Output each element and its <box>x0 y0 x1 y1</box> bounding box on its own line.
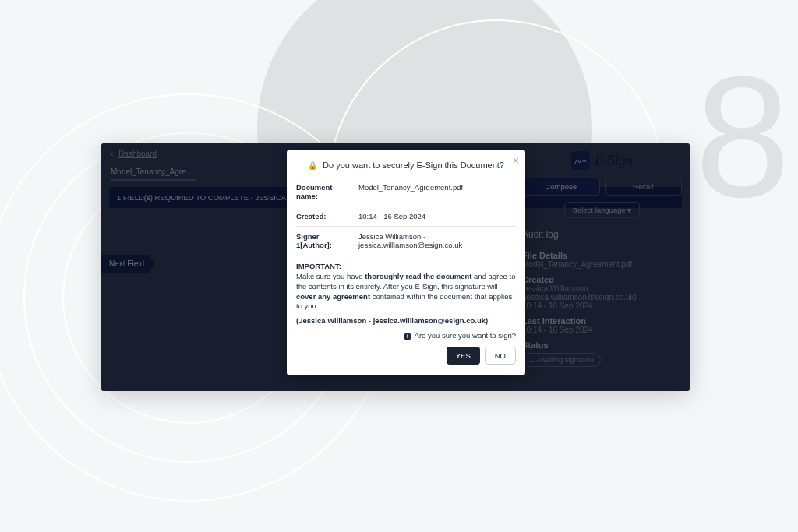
important-bold: thoroughly read the document <box>365 272 471 280</box>
created-label: Created: <box>296 212 352 220</box>
created-value: 10:14 - 16 Sep 2024 <box>358 212 516 220</box>
close-icon[interactable]: × <box>513 154 519 167</box>
doc-name-label: Document name: <box>296 183 352 200</box>
app-window: ‹ Dashboard Model_Tenancy_Agreem… 1 FIEL… <box>101 143 690 391</box>
confirm-question-text: Are you sure you want to sign? <box>415 331 516 340</box>
lock-icon: 🔒 <box>308 161 317 170</box>
signer-value: Jessica Williamson - jessica.williamson@… <box>358 232 516 249</box>
info-icon: i <box>404 333 411 340</box>
no-button[interactable]: NO <box>485 347 516 365</box>
important-body: Make sure you have thoroughly read the d… <box>296 272 516 312</box>
decorative-eight: 8 <box>695 39 790 236</box>
doc-name-value: Model_Tenancy_Agreement.pdf <box>358 183 516 200</box>
modal-title: 🔒 Do you want to securely E-Sign this Do… <box>296 160 516 170</box>
confirm-question: iAre you sure you want to sign? <box>296 331 516 340</box>
page-stage: 8 ‹ Dashboard Model_Tenancy_Agreem… 1 FI… <box>0 0 798 532</box>
important-author-line: (Jessica Williamson - jessica.williamson… <box>296 316 516 326</box>
author-line: (Jessica Williamson - jessica.williamson… <box>296 316 488 325</box>
important-label: IMPORTANT: <box>296 262 516 270</box>
modal-title-text: Do you want to securely E-Sign this Docu… <box>323 160 504 170</box>
important-text: Make sure you have <box>296 272 365 280</box>
signer-label: Signer 1[Author]: <box>296 232 352 249</box>
yes-button[interactable]: YES <box>447 347 480 365</box>
sign-confirmation-modal: × 🔒 Do you want to securely E-Sign this … <box>287 150 525 375</box>
important-bold: cover any agreement <box>296 292 370 301</box>
important-notice: IMPORTANT: Make sure you have thoroughly… <box>296 262 516 326</box>
